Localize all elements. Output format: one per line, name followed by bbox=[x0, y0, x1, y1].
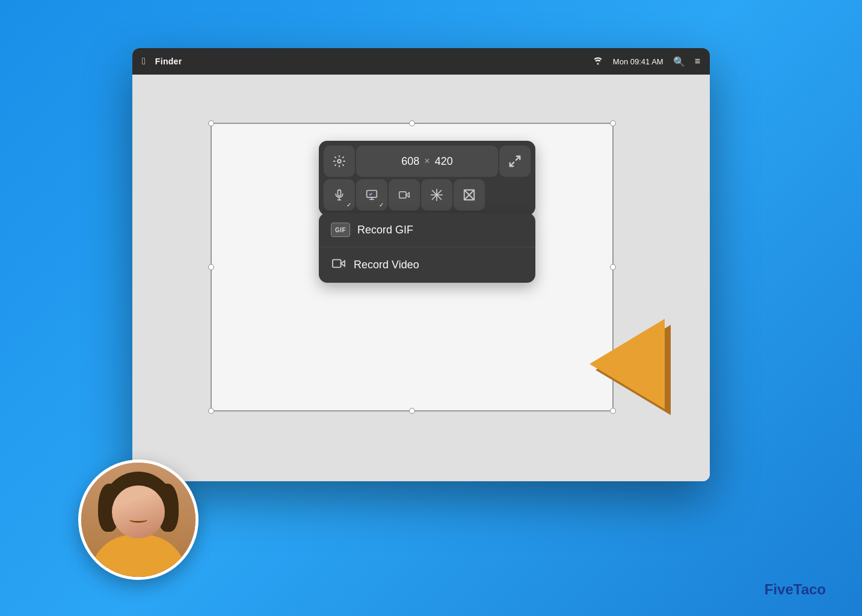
handle-top-right[interactable] bbox=[610, 120, 616, 126]
height-value: 420 bbox=[435, 155, 453, 168]
svg-rect-4 bbox=[399, 192, 406, 199]
orange-triangle-decoration bbox=[583, 313, 674, 421]
person-photo bbox=[81, 463, 195, 577]
handle-bottom-center[interactable] bbox=[409, 408, 415, 414]
svg-rect-12 bbox=[333, 260, 341, 268]
record-gif-item[interactable]: GIF Record GIF bbox=[319, 213, 535, 247]
apple-menu-icon[interactable]:  bbox=[142, 56, 146, 67]
record-video-item[interactable]: Record Video bbox=[319, 247, 535, 283]
screenshot-button[interactable] bbox=[454, 179, 485, 211]
record-gif-label: Record GIF bbox=[357, 224, 413, 236]
handle-middle-right[interactable] bbox=[610, 264, 616, 270]
title-bar:  Finder Mon 09:41 AM 🔍 ≡ bbox=[132, 48, 710, 75]
handle-middle-left[interactable] bbox=[208, 264, 214, 270]
mac-window:  Finder Mon 09:41 AM 🔍 ≡ bbox=[132, 48, 710, 481]
expand-button[interactable] bbox=[499, 146, 531, 177]
person-shirt bbox=[90, 535, 186, 577]
svg-point-0 bbox=[597, 63, 599, 64]
brand-first: Five bbox=[765, 581, 793, 597]
app-title: Finder bbox=[155, 57, 182, 66]
cursor-button[interactable] bbox=[421, 179, 452, 211]
settings-button[interactable] bbox=[324, 146, 355, 177]
svg-point-1 bbox=[337, 159, 341, 163]
list-icon[interactable]: ≡ bbox=[695, 56, 700, 67]
camera-button[interactable] bbox=[389, 179, 420, 211]
svg-rect-2 bbox=[338, 190, 341, 196]
handle-top-left[interactable] bbox=[208, 120, 214, 126]
time-display: Mon 09:41 AM bbox=[613, 57, 663, 66]
menu-bar-right: Mon 09:41 AM 🔍 ≡ bbox=[593, 56, 700, 67]
screen-button[interactable] bbox=[356, 179, 387, 211]
toolbar-panel: 608 × 420 bbox=[319, 141, 535, 215]
video-icon bbox=[331, 257, 346, 273]
window-content: 608 × 420 bbox=[132, 75, 710, 481]
toolbar-row-2 bbox=[324, 179, 531, 211]
dimension-display: 608 × 420 bbox=[356, 146, 498, 177]
microphone-button[interactable] bbox=[324, 179, 355, 211]
status-icon bbox=[593, 56, 603, 67]
brand-second: Taco bbox=[793, 581, 826, 597]
dimension-separator: × bbox=[424, 156, 429, 167]
handle-top-center[interactable] bbox=[409, 120, 415, 126]
search-icon[interactable]: 🔍 bbox=[673, 56, 685, 67]
width-value: 608 bbox=[401, 155, 419, 168]
toolbar-row-1: 608 × 420 bbox=[324, 146, 531, 177]
brand-logo: FiveTaco bbox=[765, 581, 826, 598]
dropdown-menu: GIF Record GIF Record Video bbox=[319, 213, 535, 283]
handle-bottom-left[interactable] bbox=[208, 408, 214, 414]
record-video-label: Record Video bbox=[354, 259, 419, 271]
avatar-bubble bbox=[78, 460, 199, 580]
gif-icon: GIF bbox=[331, 223, 350, 237]
